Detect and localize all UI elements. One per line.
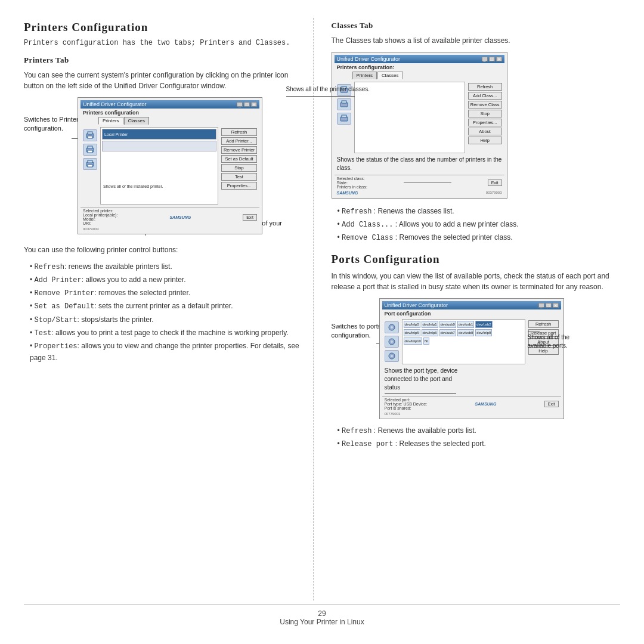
maximize-icon: □ <box>244 102 250 107</box>
add-printer-button[interactable]: Add Printer... <box>221 137 257 145</box>
exit-button-ports[interactable]: Exit <box>544 401 559 407</box>
printers-tab-body: You can see the current system's printer… <box>24 70 301 91</box>
ss-classes-footer: SAMSUNG 00379003 <box>335 190 504 196</box>
ss-titlebar-btns-classes: _ □ ✕ <box>482 57 502 61</box>
classes-tab-body: The Classes tab shows a list of availabl… <box>332 35 620 46</box>
ports-bullets-list: Refresh : Renews the available ports lis… <box>332 425 620 450</box>
class-icon-2[interactable] <box>337 98 351 110</box>
ports-icon-2[interactable] <box>385 336 399 348</box>
class-refresh-button[interactable]: Refresh <box>468 83 502 91</box>
ports-icon-3[interactable] <box>385 350 399 362</box>
ss-classes-list-area: Shows all of the printer classes. <box>354 82 465 153</box>
add-class-button[interactable]: Add Class... <box>468 92 502 100</box>
test-button[interactable]: Test <box>221 173 257 181</box>
refresh-button[interactable]: Refresh <box>221 128 257 136</box>
class-icon-3[interactable] <box>337 113 351 125</box>
printers-screenshot-wrapper: Switches to Printer configuration. Unifi… <box>24 97 301 234</box>
svg-point-16 <box>391 326 393 329</box>
ss-serial-printers: 00379003 <box>80 227 259 231</box>
svg-rect-2 <box>88 136 92 138</box>
printers-screenshot: Unified Driver Configurator _ □ ✕ Printe… <box>78 97 262 234</box>
classes-bullet-add: Add Class... : Allows you to add a new p… <box>338 219 620 231</box>
svg-rect-8 <box>88 165 92 167</box>
tab-classes[interactable]: Classes <box>124 117 149 125</box>
printer-icon-2[interactable] <box>83 144 97 156</box>
ss-titlebar-ports: Unified Driver Configurator _ □ ✕ <box>382 301 561 309</box>
ss-classes-status-text: Selected class: State: Printers in class… <box>337 177 367 189</box>
printer-icon-3[interactable] <box>83 158 97 170</box>
port-lnlp8[interactable]: dev/lnlp8 <box>475 329 492 336</box>
callout-port-info-label: Shows the port type, device connected to… <box>385 367 462 394</box>
stop-button[interactable]: Stop <box>221 164 257 172</box>
printer-icon-1[interactable] <box>83 129 97 141</box>
class-about-button[interactable]: About <box>468 128 502 135</box>
ports-screenshot: Unified Driver Configurator _ □ ✕ Port c… <box>379 298 564 419</box>
ss-class-status-callout-area: Shows the status of the class and the nu… <box>335 154 504 174</box>
page-footer: 29 Using Your Printer in Linux <box>24 604 620 626</box>
remove-class-button[interactable]: Remove Class <box>468 101 502 109</box>
printers-config-intro: Printers configuration has the two tabs;… <box>24 39 301 47</box>
classes-screenshot-wrapper: Unified Driver Configurator _ □ ✕ Printe… <box>332 52 620 199</box>
left-column: Printers Configuration Printers configur… <box>24 18 314 600</box>
svg-rect-1 <box>88 132 92 134</box>
ports-icon-1[interactable] <box>385 321 399 333</box>
ss-printers-content: Local Printer Shows all of the installed… <box>80 126 259 206</box>
right-column: Classes Tab The Classes tab shows a list… <box>314 18 620 600</box>
ss-classes-statusbar: Selected class: State: Printers in class… <box>335 175 504 190</box>
ss-printers-list-area: Local Printer Shows all of the installed… <box>100 127 218 205</box>
remove-printer-button[interactable]: Remove Printer <box>221 146 257 154</box>
tab-printers[interactable]: Printers <box>98 117 123 125</box>
port-usb0[interactable]: dev/usb0 <box>439 321 456 328</box>
svg-rect-14 <box>342 115 346 117</box>
set-default-button[interactable]: Set as Default <box>221 155 257 163</box>
port-ni[interactable]: NI <box>423 338 429 345</box>
tab-printers-in-classes[interactable]: Printers <box>352 72 377 79</box>
printer-list-item-2[interactable] <box>102 141 216 151</box>
port-usb2[interactable]: dev/usb2 <box>475 321 492 328</box>
ss-samsung-logo-ports: SAMSUNG <box>475 402 497 406</box>
properties-button[interactable]: Properties... <box>221 182 257 190</box>
port-lnlp0[interactable]: dev/lnlp0 <box>404 321 420 328</box>
ss-ports-icons <box>383 319 400 364</box>
ports-refresh-button[interactable]: Refresh <box>528 320 559 328</box>
exit-button-printers[interactable]: Exit <box>243 214 257 221</box>
port-lnlp6[interactable]: dev/lnlp6 <box>422 329 438 336</box>
callout-switches-ports: Switches to ports configuration. <box>332 322 385 345</box>
callout-class-status-label: Shows the status of the class and the nu… <box>337 156 502 172</box>
ss-printers-status-text: Selected printer: Local printer(able): M… <box>83 209 117 225</box>
port-usb7[interactable]: dev/usb7 <box>439 329 456 336</box>
ss-ports-grid-area: dev/lnlp0 dev/lnlp1 dev/usb0 dev/usb1 de… <box>402 319 525 364</box>
printer-bullets-list: Refresh: renews the available printers l… <box>24 261 301 364</box>
ss-classes-buttons: Refresh Add Class... Remove Class Stop P… <box>467 82 503 153</box>
close-icon-classes: ✕ <box>496 57 502 61</box>
ss-ports-status-text: Selected port: Port type: USB Device: Po… <box>385 398 428 410</box>
ss-samsung-logo-printers: SAMSUNG <box>169 215 191 219</box>
ss-printers-statusbar: Selected printer: Local printer(able): M… <box>80 207 259 227</box>
ss-shows-installed-label: Shows all of the installed printer. <box>103 184 163 189</box>
callout-shows-ports-label: Shows all of the available ports. <box>528 332 584 350</box>
ss-titlebar-classes: Unified Driver Configurator _ □ ✕ <box>335 55 504 63</box>
port-lnlp5[interactable]: dev/lnlp5 <box>404 329 420 336</box>
bullet-test: Test: allows you to print a test page to… <box>30 327 301 339</box>
tab-classes-active[interactable]: Classes <box>377 72 402 79</box>
class-properties-button[interactable]: Properties... <box>468 119 502 126</box>
port-lnlp1[interactable]: dev/lnlp1 <box>422 321 438 328</box>
port-lnlp10[interactable]: dev/lnlp10 <box>404 338 422 345</box>
minimize-icon-ports: _ <box>538 303 544 308</box>
exit-button-classes[interactable]: Exit <box>488 179 502 186</box>
page-container: Printers Configuration Printers configur… <box>0 0 644 644</box>
class-stop-button[interactable]: Stop <box>468 110 502 117</box>
bullet-add-printer: Add Printer: allows you to add a new pri… <box>30 274 301 286</box>
port-usb8[interactable]: dev/usb8 <box>457 329 474 336</box>
port-usb1[interactable]: dev/usb1 <box>457 321 474 328</box>
bullet-remove-printer: Remove Printer: removes the selected pri… <box>30 287 301 299</box>
ss-titlebar-printers: Unified Driver Configurator _ □ ✕ <box>80 100 259 109</box>
class-help-button[interactable]: Help <box>468 137 502 144</box>
printers-tab-subtitle: Printers Tab <box>24 55 301 65</box>
ss-serial-classes: 00379003 <box>486 191 502 195</box>
ss-printers-tabs: Printers Classes <box>98 117 259 125</box>
printer-list-item-1[interactable]: Local Printer <box>102 129 216 140</box>
ports-bullet-release: Release port : Releases the selected por… <box>338 438 620 450</box>
svg-rect-5 <box>88 150 92 153</box>
maximize-icon-classes: □ <box>489 57 495 61</box>
